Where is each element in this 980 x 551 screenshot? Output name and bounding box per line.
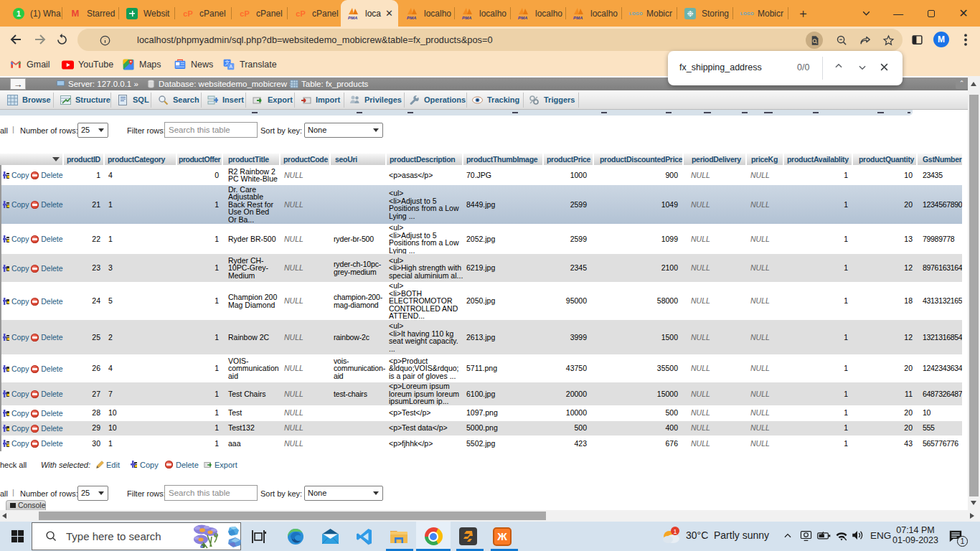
svg-text:1: 1 [673,528,677,535]
svg-text:A: A [229,64,232,69]
